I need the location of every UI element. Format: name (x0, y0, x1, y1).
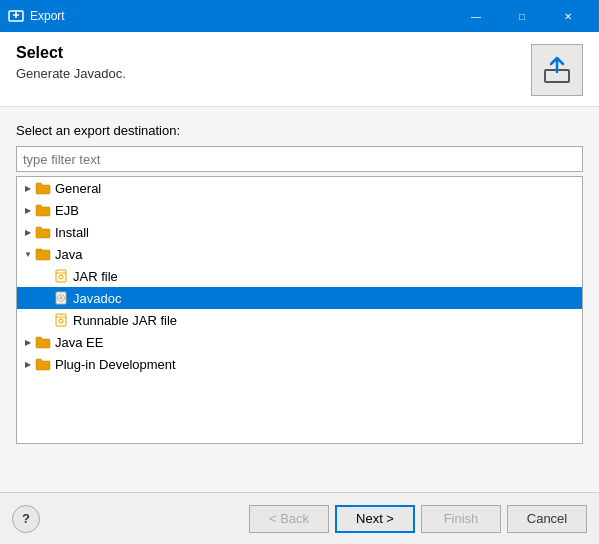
cancel-button[interactable]: Cancel (507, 505, 587, 533)
tree-label-general: General (55, 181, 101, 196)
folder-icon-ejb (35, 202, 51, 218)
svg-rect-2 (56, 270, 66, 282)
svg-rect-6 (56, 314, 66, 326)
maximize-button[interactable]: □ (499, 0, 545, 32)
window-controls: — □ ✕ (453, 0, 591, 32)
destination-label: Select an export destination: (16, 123, 583, 138)
title-bar-icon (8, 8, 24, 24)
footer-buttons: < Back Next > Finish Cancel (249, 505, 587, 533)
separator-area (0, 452, 599, 492)
jar-file-icon (53, 268, 69, 284)
arrow-general: ▶ (21, 181, 35, 195)
tree-label-ejb: EJB (55, 203, 79, 218)
tree-item-java[interactable]: ▼ Java (17, 243, 582, 265)
tree-item-general[interactable]: ▶ General (17, 177, 582, 199)
body-section: Select an export destination: ▶ General … (0, 107, 599, 452)
arrow-install: ▶ (21, 225, 35, 239)
header-section: Select Generate Javadoc. (0, 32, 599, 107)
next-button[interactable]: Next > (335, 505, 415, 533)
folder-icon-plugin-dev (35, 356, 51, 372)
footer: ? < Back Next > Finish Cancel (0, 492, 599, 544)
close-button[interactable]: ✕ (545, 0, 591, 32)
tree-item-jar-file[interactable]: ▶ JAR file (17, 265, 582, 287)
tree-item-javadoc[interactable]: ▶ Javadoc (17, 287, 582, 309)
back-button[interactable]: < Back (249, 505, 329, 533)
folder-icon-general (35, 180, 51, 196)
tree-item-ejb[interactable]: ▶ EJB (17, 199, 582, 221)
runnable-jar-icon (53, 312, 69, 328)
arrow-ejb: ▶ (21, 203, 35, 217)
arrow-plugin-dev: ▶ (21, 357, 35, 371)
minimize-button[interactable]: — (453, 0, 499, 32)
export-icon-box (531, 44, 583, 96)
tree-label-plugin-dev: Plug-in Development (55, 357, 176, 372)
javadoc-icon (53, 290, 69, 306)
tree-label-java: Java (55, 247, 82, 262)
dialog-content: Select Generate Javadoc. Select an expor… (0, 32, 599, 492)
folder-icon-install (35, 224, 51, 240)
tree-label-jar-file: JAR file (73, 269, 118, 284)
arrow-java: ▼ (21, 247, 35, 261)
title-bar: Export — □ ✕ (0, 0, 599, 32)
tree-label-runnable-jar: Runnable JAR file (73, 313, 177, 328)
finish-button[interactable]: Finish (421, 505, 501, 533)
tree-item-runnable-jar[interactable]: ▶ Runnable JAR file (17, 309, 582, 331)
tree-label-install: Install (55, 225, 89, 240)
folder-icon-java-ee (35, 334, 51, 350)
arrow-java-ee: ▶ (21, 335, 35, 349)
folder-icon-java (35, 246, 51, 262)
dialog-subtitle: Generate Javadoc. (16, 66, 126, 81)
help-button[interactable]: ? (12, 505, 40, 533)
window-title: Export (30, 9, 453, 23)
header-text: Select Generate Javadoc. (16, 44, 126, 81)
tree-container[interactable]: ▶ General ▶ EJB ▶ (16, 176, 583, 444)
tree-item-java-ee[interactable]: ▶ Java EE (17, 331, 582, 353)
dialog-title: Select (16, 44, 126, 62)
filter-input[interactable] (16, 146, 583, 172)
tree-item-install[interactable]: ▶ Install (17, 221, 582, 243)
export-icon (541, 54, 573, 86)
tree-label-java-ee: Java EE (55, 335, 103, 350)
tree-label-javadoc: Javadoc (73, 291, 121, 306)
tree-item-plugin-dev[interactable]: ▶ Plug-in Development (17, 353, 582, 375)
